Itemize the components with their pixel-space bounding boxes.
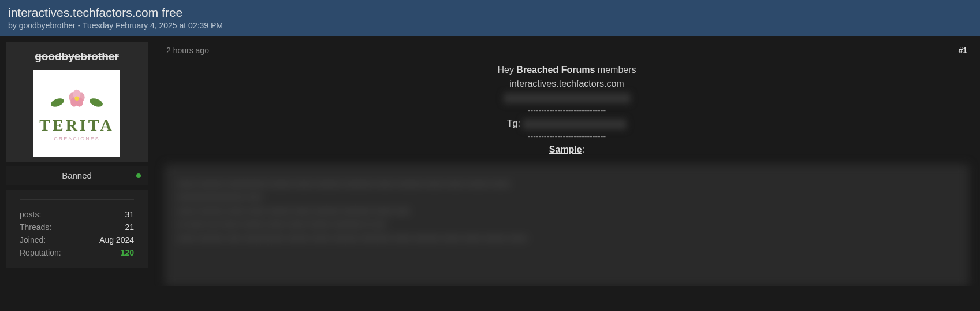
tg-label: Tg: [507, 119, 523, 128]
online-indicator-icon [136, 173, 141, 178]
stat-label: Joined: [20, 235, 46, 245]
stat-value[interactable]: 120 [121, 248, 134, 257]
by-prefix: by [8, 21, 19, 30]
svg-point-0 [50, 97, 65, 108]
redacted-content [523, 119, 627, 129]
post-timestamp: 2 hours ago [166, 46, 209, 55]
stat-label: Reputation: [20, 248, 61, 257]
post-redacted-line [165, 91, 968, 105]
stat-label: Threads: [20, 223, 51, 232]
thread-title: interactives.techfactors.com free [8, 6, 972, 20]
stat-label: posts: [20, 210, 41, 219]
avatar[interactable]: TERITA CREACIONES [33, 70, 120, 157]
user-status-bar: Banned [6, 166, 148, 185]
stat-value: Aug 2024 [99, 235, 134, 245]
user-status: Banned [62, 171, 92, 180]
flower-icon [48, 85, 106, 114]
svg-point-1 [88, 97, 104, 108]
user-stats: posts: 31 Threads: 21 Joined: Aug 2024 R… [6, 190, 148, 268]
thread-header: interactives.techfactors.com free by goo… [0, 0, 980, 36]
user-card: goodbyebrother TERITA [6, 42, 148, 162]
post-line-greeting: Hey Breached Forums members [165, 63, 968, 77]
avatar-text: TERITA [39, 116, 114, 135]
thread-author[interactable]: goodbyebrother [19, 21, 76, 30]
post-meta: 2 hours ago #1 [165, 42, 968, 63]
post-divider: ----------------------------- [165, 131, 968, 143]
post-tg-line: Tg: [165, 117, 968, 131]
sample-data-box: xxxxx xxxxxxx xxxxxxxxxxx xxxxxx xxxxx x… [165, 165, 968, 286]
post-body: Hey Breached Forums members interactives… [165, 63, 968, 286]
post-number[interactable]: #1 [958, 46, 967, 55]
post-panel: 2 hours ago #1 Hey Breached Forums membe… [165, 42, 974, 286]
username[interactable]: goodbyebrother [6, 50, 148, 63]
stat-value: 21 [125, 223, 134, 232]
stat-joined: Joined: Aug 2024 [20, 234, 134, 246]
avatar-subtext: CREACIONES [54, 136, 100, 142]
post-line-target: interactives.techfactors.com [165, 77, 968, 91]
sample-label: Sample [549, 145, 582, 154]
divider [20, 199, 134, 200]
svg-point-8 [74, 97, 79, 101]
redacted-sample-content: xxxxx xxxxxxx xxxxxxxxxxx xxxxxx xxxxx x… [166, 165, 968, 256]
post-divider: ----------------------------- [165, 105, 968, 117]
post-sample-heading: Sample: [165, 143, 968, 157]
post-row: goodbyebrother TERITA [0, 36, 980, 286]
stat-reputation: Reputation: 120 [20, 246, 134, 259]
stat-threads: Threads: 21 [20, 221, 134, 234]
user-panel: goodbyebrother TERITA [6, 42, 148, 286]
forum-name: Breached Forums [516, 65, 595, 75]
thread-meta: by goodbyebrother - Tuesday February 4, … [8, 21, 972, 30]
stat-value: 31 [125, 210, 134, 219]
thread-date: Tuesday February 4, 2025 at 02:39 PM [83, 21, 223, 30]
stat-posts: posts: 31 [20, 208, 134, 221]
redacted-content [504, 93, 631, 103]
meta-separator: - [76, 21, 83, 30]
